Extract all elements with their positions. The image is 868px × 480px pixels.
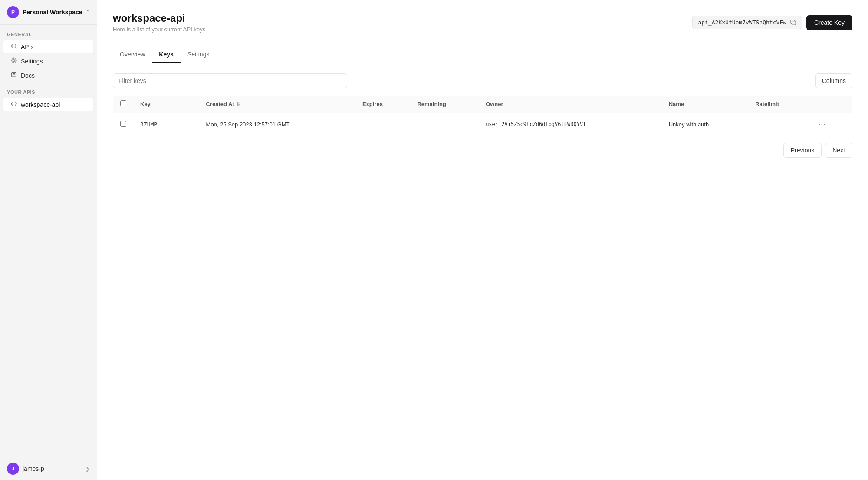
sidebar: P Personal Workspace ⌃ General APIs Sett… (0, 0, 97, 480)
row-checkbox-cell (113, 113, 134, 136)
workspace-selector[interactable]: P Personal Workspace ⌃ (0, 0, 97, 25)
tab-settings[interactable]: Settings (181, 46, 217, 63)
sidebar-item-label-workspace-api: workspace-api (21, 101, 60, 108)
api-key-display: api_A2KxUfUem7vWTShQhtcVFw (692, 16, 802, 29)
workspace-name: Personal Workspace (23, 9, 82, 16)
th-name: Name (662, 96, 748, 113)
create-key-button[interactable]: Create Key (806, 15, 852, 30)
sidebar-item-workspace-api[interactable]: workspace-api (3, 98, 93, 111)
chevron-down-icon: ⌃ (85, 9, 90, 15)
chevron-right-icon: ❯ (85, 466, 90, 472)
th-key: Key (133, 96, 199, 113)
tabs-bar: Overview Keys Settings (97, 36, 868, 63)
workspace-avatar: P (7, 6, 19, 18)
filter-bar: Columns (113, 73, 852, 88)
th-created-at[interactable]: Created At ⇅ (199, 96, 355, 113)
sidebar-item-label-docs: Docs (21, 72, 35, 79)
svg-point-0 (13, 60, 15, 61)
sidebar-item-label-apis: APIs (21, 43, 34, 50)
sidebar-item-settings[interactable]: Settings (3, 54, 93, 68)
row-more-button[interactable]: ⋯ (815, 119, 829, 130)
th-actions (809, 96, 852, 113)
select-all-checkbox[interactable] (120, 100, 126, 106)
sidebar-item-apis[interactable]: APIs (3, 40, 93, 53)
pagination: Previous Next (113, 143, 852, 158)
content-area: Columns Key Created At ⇅ (97, 63, 868, 480)
general-section-label: General (0, 25, 97, 40)
row-checkbox[interactable] (120, 121, 126, 127)
th-remaining: Remaining (410, 96, 479, 113)
your-apis-section-label: Your APIs (0, 83, 97, 97)
sidebar-item-label-settings: Settings (21, 58, 43, 65)
next-button[interactable]: Next (825, 143, 852, 158)
row-ratelimit: — (748, 113, 809, 136)
th-checkbox (113, 96, 134, 113)
tab-keys[interactable]: Keys (152, 46, 180, 63)
header-right: api_A2KxUfUem7vWTShQhtcVFw Create Key (692, 15, 852, 30)
api-key-value: api_A2KxUfUem7vWTShQhtcVFw (698, 19, 786, 26)
tab-overview[interactable]: Overview (113, 46, 152, 63)
filter-keys-input[interactable] (113, 73, 347, 88)
page-subtitle: Here is a list of your current API keys (113, 26, 205, 33)
svg-rect-2 (792, 21, 796, 25)
row-actions: ⋯ (809, 113, 852, 136)
sidebar-item-docs[interactable]: Docs (3, 69, 93, 82)
columns-button[interactable]: Columns (815, 73, 852, 88)
previous-button[interactable]: Previous (783, 143, 822, 158)
main-content: workspace-api Here is a list of your cur… (97, 0, 868, 480)
row-expires: — (355, 113, 411, 136)
header-left: workspace-api Here is a list of your cur… (113, 12, 205, 33)
page-header: workspace-api Here is a list of your cur… (97, 0, 868, 33)
username: james-p (23, 465, 44, 472)
book-icon (10, 72, 17, 79)
user-avatar: J (7, 463, 19, 475)
th-owner: Owner (479, 96, 662, 113)
sort-icon: ⇅ (236, 101, 240, 107)
row-name: Unkey with auth (662, 113, 748, 136)
row-remaining: — (410, 113, 479, 136)
row-key: 3ZUMP... (133, 113, 199, 136)
table-row: 3ZUMP... Mon, 25 Sep 2023 12:57:01 GMT —… (113, 113, 852, 136)
th-ratelimit: Ratelimit (748, 96, 809, 113)
keys-table: Key Created At ⇅ Expires Remaining (113, 95, 852, 136)
gear-icon (10, 57, 17, 65)
row-created-at: Mon, 25 Sep 2023 12:57:01 GMT (199, 113, 355, 136)
code-icon-api (10, 101, 17, 108)
user-footer[interactable]: J james-p ❯ (0, 457, 97, 480)
page-title: workspace-api (113, 12, 205, 24)
copy-key-button[interactable] (790, 19, 796, 26)
th-expires: Expires (355, 96, 411, 113)
row-owner: user_2Vi5Z5c9tcZd6dfbgV6tEWDQYVf (479, 113, 662, 136)
code-icon (10, 43, 17, 50)
